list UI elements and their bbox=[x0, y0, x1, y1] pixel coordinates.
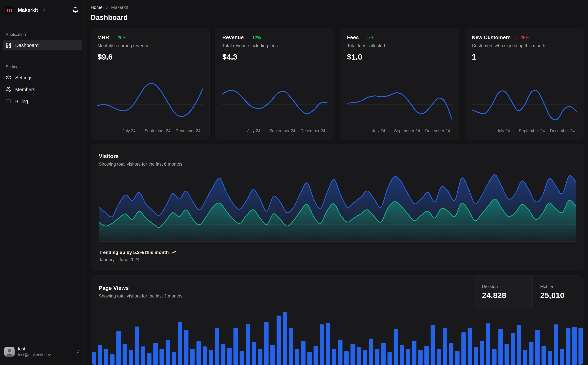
toggle-desktop[interactable]: Desktop 24,828 bbox=[474, 276, 533, 308]
stat-card-value: $4.3 bbox=[222, 52, 327, 61]
nav-spacer bbox=[3, 50, 82, 64]
x-tick: September 24 bbox=[519, 128, 545, 133]
sparkline-block: July 24 September 24 December 24 bbox=[347, 79, 452, 135]
x-axis-ticks: July 24 September 24 December 24 bbox=[472, 128, 577, 135]
stat-card-title: Revenue bbox=[222, 35, 244, 41]
stat-cards-row: MRR ↑ 20% Monthly recurring revenue $9.6… bbox=[91, 28, 584, 140]
stat-delta-value: -25% bbox=[519, 35, 529, 40]
gear-icon bbox=[6, 75, 11, 80]
x-tick: July 24 bbox=[122, 128, 135, 133]
main-content: Home Makerkit Dashboard MRR ↑ 20% Monthl… bbox=[85, 0, 588, 365]
trend-up-icon: ↑ bbox=[249, 35, 251, 40]
trend-down-icon: ↓ bbox=[516, 35, 518, 40]
trend-up-icon: ↑ bbox=[364, 35, 366, 40]
workspace-name: Makerkit bbox=[18, 7, 38, 13]
stat-card-mrr: MRR ↑ 20% Monthly recurring revenue $9.6… bbox=[91, 28, 210, 140]
stat-card-subtitle: Total revenue including fees bbox=[222, 43, 327, 48]
nav-section-settings: Settings bbox=[3, 64, 82, 69]
stat-card-revenue: Revenue ↑ 12% Total revenue including fe… bbox=[215, 28, 334, 140]
stat-card-new-customers: New Customers ↓ -25% Customers who signe… bbox=[465, 28, 584, 140]
bell-icon[interactable] bbox=[71, 6, 80, 14]
stat-delta-badge: ↑ 20% bbox=[114, 35, 126, 40]
stat-delta-value: 12% bbox=[252, 35, 261, 40]
page-views-subtitle: Showing total visitors for the last 3 mo… bbox=[99, 294, 466, 299]
sidebar-item-billing[interactable]: Billing bbox=[3, 96, 82, 106]
toggle-desktop-label: Desktop bbox=[482, 284, 525, 289]
stat-delta-value: 9% bbox=[367, 35, 374, 40]
toggle-mobile[interactable]: Mobile 25,010 bbox=[533, 276, 584, 308]
x-tick: December 24 bbox=[176, 128, 201, 133]
page-views-header: Page Views Showing total visitors for th… bbox=[91, 276, 584, 308]
x-tick: September 24 bbox=[145, 128, 171, 133]
users-icon bbox=[6, 87, 11, 92]
x-tick: July 24 bbox=[247, 128, 260, 133]
stat-card-title: MRR bbox=[97, 35, 109, 41]
toggle-mobile-label: Mobile bbox=[540, 284, 576, 289]
sidebar-nav: Application Dashboard Settings Settings … bbox=[3, 32, 82, 106]
stat-card-value: $9.6 bbox=[97, 52, 203, 61]
stat-card-title: New Customers bbox=[472, 35, 511, 41]
user-info: test test@makerkit.dev bbox=[18, 346, 51, 357]
credit-card-icon bbox=[6, 99, 11, 104]
stat-card-subtitle: Customers who signed up this month bbox=[472, 43, 577, 48]
user-email: test@makerkit.dev bbox=[18, 352, 51, 357]
visitors-date-range: January - June 2024 bbox=[99, 257, 576, 262]
sidebar-item-members[interactable]: Members bbox=[3, 84, 82, 95]
user-menu[interactable]: test test@makerkit.dev bbox=[3, 345, 82, 358]
x-axis-ticks: July 24 September 24 December 24 bbox=[347, 128, 452, 135]
x-tick: December 24 bbox=[550, 128, 575, 133]
stat-delta-badge: ↑ 12% bbox=[249, 35, 261, 40]
page-views-title: Page Views bbox=[99, 285, 466, 291]
makerkit-logo: m bbox=[5, 6, 14, 14]
x-tick: July 24 bbox=[497, 128, 510, 133]
sidebar-item-label: Dashboard bbox=[15, 43, 39, 48]
workspace-selector[interactable]: m Makerkit bbox=[3, 5, 82, 15]
x-tick: December 24 bbox=[425, 128, 450, 133]
stat-delta-badge: ↓ -25% bbox=[516, 35, 529, 40]
new-customers-sparkline-chart bbox=[472, 79, 577, 127]
user-name: test bbox=[18, 346, 51, 351]
trend-up-icon: ↑ bbox=[114, 35, 116, 40]
nav-section-application: Application bbox=[3, 32, 82, 37]
sparkline-block: July 24 September 24 December 24 bbox=[472, 79, 577, 135]
page-views-bar-chart bbox=[91, 311, 584, 365]
visitors-trend-text: Trending up by 5.2% this month bbox=[99, 250, 169, 255]
x-tick: September 24 bbox=[394, 128, 420, 133]
sparkline-block: July 24 September 24 December 24 bbox=[97, 79, 203, 135]
x-axis-ticks: July 24 September 24 December 24 bbox=[97, 128, 203, 135]
revenue-sparkline-chart bbox=[222, 79, 327, 127]
stat-card-value: 1 bbox=[472, 52, 577, 61]
x-tick: July 24 bbox=[372, 128, 385, 133]
stat-card-subtitle: Monthly recurring revenue bbox=[97, 43, 203, 48]
toggle-desktop-value: 24,828 bbox=[482, 291, 525, 300]
sidebar-item-dashboard[interactable]: Dashboard bbox=[3, 40, 82, 50]
trending-up-icon bbox=[171, 250, 176, 255]
toggle-mobile-value: 25,010 bbox=[540, 291, 576, 300]
breadcrumb: Home Makerkit bbox=[91, 5, 584, 10]
stat-card-value: $1.0 bbox=[347, 52, 452, 61]
breadcrumb-current: Makerkit bbox=[111, 5, 128, 10]
page-views-card: Page Views Showing total visitors for th… bbox=[91, 275, 584, 365]
breadcrumb-home-link[interactable]: Home bbox=[91, 5, 103, 10]
sidebar-item-settings[interactable]: Settings bbox=[3, 72, 82, 83]
visitors-card: Visitors Showing total visitors for the … bbox=[91, 144, 584, 270]
page-title: Dashboard bbox=[91, 14, 584, 21]
layout-dashboard-icon bbox=[6, 42, 11, 48]
chevron-right-icon bbox=[105, 6, 109, 10]
fees-sparkline-chart bbox=[347, 79, 452, 127]
visitors-subtitle: Showing total visitors for the last 6 mo… bbox=[99, 162, 576, 167]
visitors-footer: Trending up by 5.2% this month January -… bbox=[99, 250, 576, 262]
mrr-sparkline-chart bbox=[97, 79, 203, 127]
sidebar-item-label: Members bbox=[15, 87, 35, 92]
user-avatar bbox=[4, 347, 14, 357]
sidebar-item-label: Billing bbox=[15, 99, 28, 104]
visitors-title: Visitors bbox=[99, 153, 576, 159]
logo-letter: m bbox=[7, 7, 12, 13]
stat-delta-value: 20% bbox=[118, 35, 126, 40]
sidebar: m Makerkit Application Dashboard Setting… bbox=[0, 0, 85, 365]
stat-card-title: Fees bbox=[347, 35, 359, 41]
sparkline-block: July 24 September 24 December 24 bbox=[222, 79, 327, 135]
chevrons-up-down-icon bbox=[76, 350, 80, 354]
stat-card-fees: Fees ↑ 9% Total fees collected $1.0 July… bbox=[340, 28, 459, 140]
chevrons-up-down-icon bbox=[42, 8, 46, 12]
